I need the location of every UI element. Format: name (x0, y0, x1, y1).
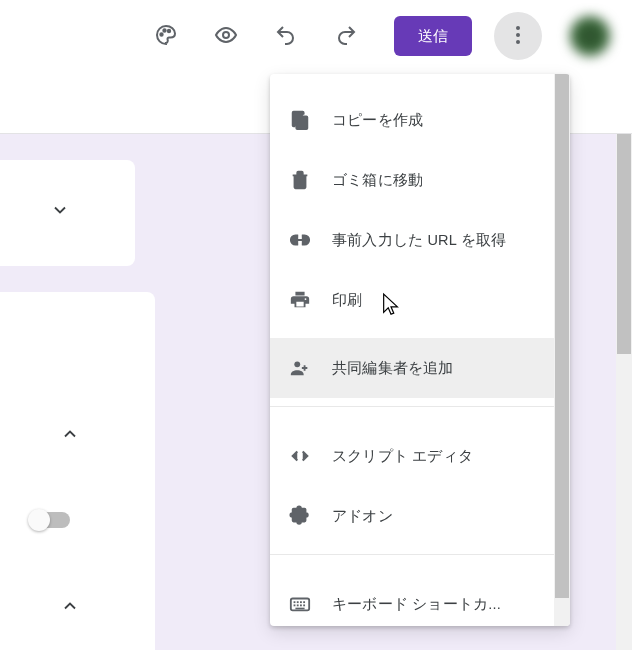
toggle-knob (28, 509, 50, 531)
svg-point-2 (168, 29, 170, 31)
svg-rect-13 (303, 601, 305, 603)
customize-theme-button[interactable] (146, 16, 186, 56)
menu-item-label: ゴミ箱に移動 (332, 171, 423, 190)
menu-item-label: 事前入力した URL を取得 (332, 231, 506, 250)
svg-rect-17 (303, 604, 305, 606)
required-toggle[interactable] (30, 512, 70, 528)
scrollbar-thumb[interactable] (555, 74, 569, 598)
redo-button[interactable] (326, 16, 366, 56)
undo-button[interactable] (266, 16, 306, 56)
form-card[interactable] (0, 292, 155, 650)
menu-item-move-to-trash[interactable]: ゴミ箱に移動 (270, 150, 554, 210)
svg-rect-18 (295, 608, 304, 610)
more-menu-button[interactable] (494, 12, 542, 60)
svg-rect-14 (294, 604, 296, 606)
print-icon (288, 288, 312, 312)
svg-point-1 (163, 29, 165, 31)
svg-point-5 (516, 33, 520, 37)
collapse-toggle[interactable] (50, 200, 70, 220)
redo-icon (334, 23, 358, 50)
avatar[interactable] (570, 16, 610, 56)
menu-separator (270, 406, 554, 426)
form-card[interactable] (0, 160, 135, 266)
menu-item-get-prefilled-link[interactable]: 事前入力した URL を取得 (270, 210, 554, 270)
svg-rect-16 (300, 604, 302, 606)
expand-toggle[interactable] (60, 424, 80, 444)
menu-item-label: スクリプト エディタ (332, 447, 473, 466)
copy-icon (288, 108, 312, 132)
svg-point-6 (516, 40, 520, 44)
menu-item-add-collaborators[interactable]: 共同編集者を追加 (270, 338, 554, 398)
svg-point-3 (223, 32, 229, 38)
toolbar: 送信 (0, 0, 632, 72)
eye-icon (214, 23, 238, 50)
svg-point-0 (160, 33, 162, 35)
page-scrollbar[interactable] (616, 134, 632, 650)
svg-rect-12 (300, 601, 302, 603)
link-icon (288, 228, 312, 252)
scrollbar-thumb[interactable] (617, 134, 631, 354)
svg-point-8 (294, 361, 300, 367)
menu-item-addons[interactable]: アドオン (270, 486, 554, 546)
more-menu-dropdown: コピーを作成 ゴミ箱に移動 事前入力した URL を取得 印刷 共同編集者を追加 (270, 74, 570, 626)
svg-rect-10 (294, 601, 296, 603)
menu-item-print[interactable]: 印刷 (270, 270, 554, 330)
menu-item-label: 印刷 (332, 291, 362, 310)
expand-toggle[interactable] (60, 596, 80, 616)
menu-item-label: キーボード ショートカ... (332, 595, 501, 614)
menu-item-label: 共同編集者を追加 (332, 359, 454, 378)
send-button[interactable]: 送信 (394, 16, 472, 56)
trash-icon (288, 168, 312, 192)
menu-item-script-editor[interactable]: スクリプト エディタ (270, 426, 554, 486)
menu-separator (270, 554, 554, 574)
menu-scrollbar[interactable] (554, 74, 570, 626)
menu-item-keyboard-shortcuts[interactable]: キーボード ショートカ... (270, 574, 554, 626)
menu-item-make-copy[interactable]: コピーを作成 (270, 90, 554, 150)
svg-point-4 (516, 26, 520, 30)
keyboard-icon (288, 592, 312, 616)
palette-icon (154, 23, 178, 50)
svg-rect-11 (297, 601, 299, 603)
menu-item-label: アドオン (332, 507, 393, 526)
add-collaborator-icon (288, 356, 312, 380)
undo-icon (274, 23, 298, 50)
code-icon (288, 444, 312, 468)
menu-item-label: コピーを作成 (332, 111, 423, 130)
svg-rect-15 (297, 604, 299, 606)
addon-icon (288, 504, 312, 528)
more-vert-icon (506, 23, 530, 50)
preview-button[interactable] (206, 16, 246, 56)
